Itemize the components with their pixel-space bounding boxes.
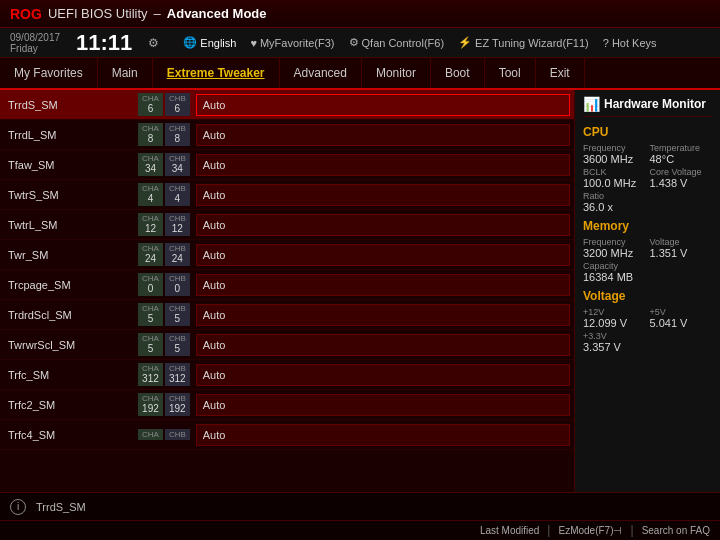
- channel-badges: CHACHB: [138, 429, 190, 441]
- hw-item-value: 3.357 V: [583, 341, 712, 353]
- table-row[interactable]: Trfc_SMCHA312CHB312Auto: [0, 360, 574, 390]
- settings-gear-icon[interactable]: ⚙: [148, 36, 159, 50]
- setting-name: Trcpage_SM: [8, 279, 138, 291]
- hw-item: Capacity16384 MB: [583, 261, 712, 283]
- date-bottom: Friday: [10, 43, 60, 54]
- myfavorite-link[interactable]: ♥ MyFavorite(F3): [250, 37, 334, 49]
- setting-name: Tfaw_SM: [8, 159, 138, 171]
- hw-item-value: 36.0 x: [583, 201, 712, 213]
- title-bar-left: ROG UEFI BIOS Utility – Advanced Mode: [10, 6, 267, 22]
- bottom-wrapper: Last Modified | EzMode(F7)⊣ | Search on …: [0, 520, 720, 540]
- ez-mode-action[interactable]: EzMode(F7)⊣: [558, 525, 622, 536]
- status-bar: i TrrdS_SM: [0, 492, 720, 520]
- setting-value[interactable]: Auto: [196, 154, 570, 176]
- table-row[interactable]: TrdrdScl_SMCHA5CHB5Auto: [0, 300, 574, 330]
- hw-item-value: 1.438 V: [650, 177, 713, 189]
- tab-monitor[interactable]: Monitor: [362, 58, 431, 88]
- setting-value[interactable]: Auto: [196, 334, 570, 356]
- hw-item-label: Frequency: [583, 143, 646, 153]
- status-text: TrrdS_SM: [36, 501, 710, 513]
- table-row[interactable]: Trcpage_SMCHA0CHB0Auto: [0, 270, 574, 300]
- setting-value[interactable]: Auto: [196, 304, 570, 326]
- settings-panel: TrrdS_SMCHA6CHB6AutoTrrdL_SMCHA8CHB8Auto…: [0, 90, 575, 492]
- setting-name: TrdrdScl_SM: [8, 309, 138, 321]
- date-top: 09/08/2017: [10, 32, 60, 43]
- channel-badges: CHA312CHB312: [138, 363, 190, 387]
- hw-grid: Frequency3200 MHzVoltage1.351 VCapacity1…: [583, 237, 712, 283]
- channel-badges: CHA24CHB24: [138, 243, 190, 267]
- channel-badges: CHA5CHB5: [138, 303, 190, 327]
- hw-item-value: 100.0 MHz: [583, 177, 646, 189]
- hw-section-title: Voltage: [583, 289, 712, 303]
- table-row[interactable]: TwtrS_SMCHA4CHB4Auto: [0, 180, 574, 210]
- setting-value[interactable]: Auto: [196, 124, 570, 146]
- info-links: 🌐 English ♥ MyFavorite(F3) ⚙ Qfan Contro…: [183, 36, 656, 49]
- hw-monitor-title: Hardware Monitor: [604, 97, 706, 111]
- table-row[interactable]: Trfc2_SMCHA192CHB192Auto: [0, 390, 574, 420]
- setting-name: Trfc4_SM: [8, 429, 138, 441]
- tab-tool[interactable]: Tool: [485, 58, 536, 88]
- bios-mode: Advanced Mode: [167, 6, 267, 21]
- hw-item-label: Capacity: [583, 261, 712, 271]
- bottom-sep2: |: [631, 523, 634, 537]
- hw-item-label: +12V: [583, 307, 646, 317]
- hw-grid: +12V12.099 V+5V5.041 V+3.3V3.357 V: [583, 307, 712, 353]
- setting-value[interactable]: Auto: [196, 184, 570, 206]
- tab-my-favorites[interactable]: My Favorites: [0, 58, 98, 88]
- hw-monitor-panel: 📊 Hardware Monitor CPUFrequency3600 MHzT…: [575, 90, 720, 492]
- table-row[interactable]: TwrwrScl_SMCHA5CHB5Auto: [0, 330, 574, 360]
- channel-badges: CHA34CHB34: [138, 153, 190, 177]
- hw-section-title: CPU: [583, 125, 712, 139]
- settings-list: TrrdS_SMCHA6CHB6AutoTrrdL_SMCHA8CHB8Auto…: [0, 90, 574, 492]
- setting-value[interactable]: Auto: [196, 214, 570, 236]
- hw-item-label: Ratio: [583, 191, 712, 201]
- setting-name: TwrwrScl_SM: [8, 339, 138, 351]
- table-row[interactable]: Trfc4_SMCHACHBAuto: [0, 420, 574, 450]
- hotkeys-link[interactable]: ? Hot Keys: [603, 37, 657, 49]
- tab-main[interactable]: Main: [98, 58, 153, 88]
- bottom-sep1: |: [547, 523, 550, 537]
- hw-monitor-header: 📊 Hardware Monitor: [583, 96, 712, 117]
- language-link[interactable]: 🌐 English: [183, 36, 236, 49]
- setting-name: TrrdS_SM: [8, 99, 138, 111]
- setting-name: TwtrS_SM: [8, 189, 138, 201]
- hw-monitor-icon: 📊: [583, 96, 600, 112]
- tab-boot[interactable]: Boot: [431, 58, 485, 88]
- info-icon: i: [10, 499, 26, 515]
- table-row[interactable]: TwtrL_SMCHA12CHB12Auto: [0, 210, 574, 240]
- search-faq-action[interactable]: Search on FAQ: [642, 525, 710, 536]
- setting-value[interactable]: Auto: [196, 94, 570, 116]
- qfan-link[interactable]: ⚙ Qfan Control(F6): [349, 36, 445, 49]
- table-row[interactable]: TrrdL_SMCHA8CHB8Auto: [0, 120, 574, 150]
- table-row[interactable]: TrrdS_SMCHA6CHB6Auto: [0, 90, 574, 120]
- hw-item: Voltage1.351 V: [650, 237, 713, 259]
- channel-badges: CHA5CHB5: [138, 333, 190, 357]
- setting-name: TrrdL_SM: [8, 129, 138, 141]
- hw-item-value: 1.351 V: [650, 247, 713, 259]
- hw-section-title: Memory: [583, 219, 712, 233]
- tab-extreme-tweaker[interactable]: Extreme Tweaker: [153, 58, 280, 88]
- hw-item: +5V5.041 V: [650, 307, 713, 329]
- setting-value[interactable]: Auto: [196, 364, 570, 386]
- setting-name: Trfc_SM: [8, 369, 138, 381]
- last-modified-action[interactable]: Last Modified: [480, 525, 539, 536]
- hw-item-label: Core Voltage: [650, 167, 713, 177]
- hw-item: BCLK100.0 MHz: [583, 167, 646, 189]
- hw-item-label: +3.3V: [583, 331, 712, 341]
- hw-item: Frequency3600 MHz: [583, 143, 646, 165]
- channel-badges: CHA8CHB8: [138, 123, 190, 147]
- hw-item-label: +5V: [650, 307, 713, 317]
- tab-advanced[interactable]: Advanced: [280, 58, 362, 88]
- setting-value[interactable]: Auto: [196, 394, 570, 416]
- setting-value[interactable]: Auto: [196, 274, 570, 296]
- table-row[interactable]: Tfaw_SMCHA34CHB34Auto: [0, 150, 574, 180]
- setting-value[interactable]: Auto: [196, 244, 570, 266]
- hw-item-label: Frequency: [583, 237, 646, 247]
- ez-tuning-link[interactable]: ⚡ EZ Tuning Wizard(F11): [458, 36, 589, 49]
- table-row[interactable]: Twr_SMCHA24CHB24Auto: [0, 240, 574, 270]
- tab-exit[interactable]: Exit: [536, 58, 585, 88]
- setting-value[interactable]: Auto: [196, 424, 570, 446]
- hw-item: Ratio36.0 x: [583, 191, 712, 213]
- channel-badges: CHA192CHB192: [138, 393, 190, 417]
- setting-name: TwtrL_SM: [8, 219, 138, 231]
